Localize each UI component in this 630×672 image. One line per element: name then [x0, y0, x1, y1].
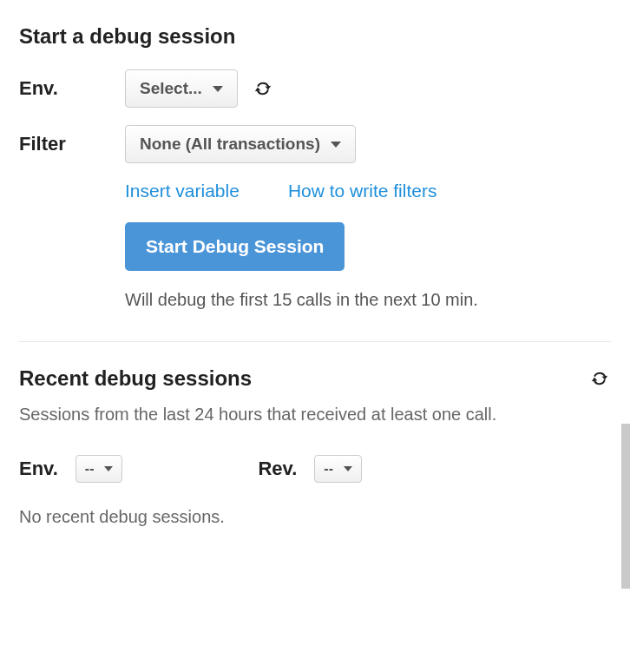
- scrollbar-thumb[interactable]: [621, 424, 630, 589]
- recent-rev-dropdown[interactable]: --: [314, 455, 362, 483]
- recent-env-dropdown[interactable]: --: [75, 455, 123, 483]
- recent-rev-value: --: [324, 461, 333, 477]
- start-session-heading: Start a debug session: [19, 24, 611, 49]
- filter-select-dropdown[interactable]: None (All transactions): [125, 125, 356, 163]
- caret-down-icon: [104, 466, 113, 471]
- insert-variable-link[interactable]: Insert variable: [125, 181, 240, 201]
- section-divider: [19, 341, 611, 342]
- recent-sessions-heading: Recent debug sessions: [19, 366, 252, 391]
- filter-links: Insert variable How to write filters: [125, 181, 611, 201]
- caret-down-icon: [331, 142, 341, 148]
- recent-filters: Env. -- Rev. --: [19, 455, 611, 483]
- recent-env-label: Env.: [19, 458, 58, 480]
- filter-label: Filter: [19, 133, 125, 155]
- refresh-recent-button[interactable]: [588, 367, 611, 390]
- env-select-dropdown[interactable]: Select...: [125, 69, 238, 108]
- refresh-icon: [590, 369, 609, 388]
- recent-rev-label: Rev.: [258, 458, 297, 480]
- no-sessions-text: No recent debug sessions.: [19, 507, 611, 527]
- refresh-icon: [253, 79, 272, 98]
- recent-sessions-subtext: Sessions from the last 24 hours that rec…: [19, 399, 611, 429]
- debug-hint: Will debug the first 15 calls in the nex…: [125, 290, 611, 310]
- env-select-value: Select...: [140, 79, 202, 98]
- filter-row: Filter None (All transactions): [19, 125, 611, 163]
- env-label: Env.: [19, 77, 125, 100]
- caret-down-icon: [213, 86, 223, 92]
- refresh-env-button[interactable]: [252, 77, 274, 100]
- recent-sessions-header: Recent debug sessions: [19, 366, 611, 391]
- how-to-link[interactable]: How to write filters: [288, 181, 437, 201]
- env-row: Env. Select...: [19, 69, 611, 108]
- caret-down-icon: [344, 466, 352, 471]
- filter-select-value: None (All transactions): [140, 135, 320, 154]
- start-debug-button[interactable]: Start Debug Session: [125, 222, 345, 271]
- recent-env-value: --: [85, 461, 95, 477]
